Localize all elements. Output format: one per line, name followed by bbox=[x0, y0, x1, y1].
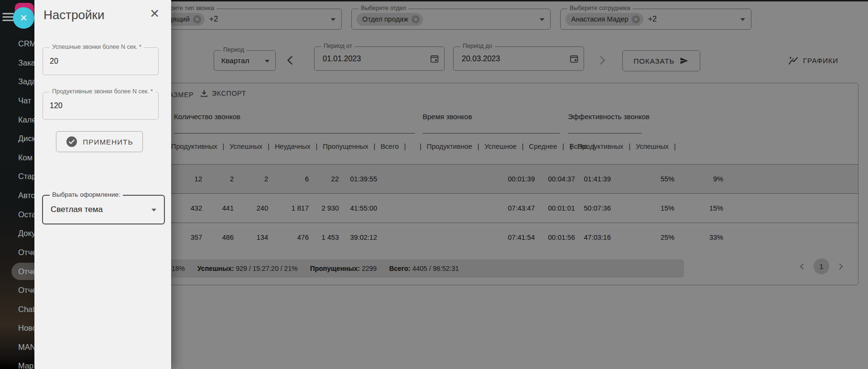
apply-button-label: ПРИМЕНИТЬ bbox=[83, 138, 133, 146]
theme-value: Светлая тема bbox=[51, 205, 103, 214]
successful-calls-field: Успешные звонки более N сек. * bbox=[43, 47, 159, 75]
chevron-down-icon bbox=[152, 209, 156, 212]
settings-title: Настройки bbox=[43, 8, 105, 22]
close-icon[interactable]: ✕ bbox=[150, 7, 160, 21]
theme-label: Выбрать оформление: bbox=[50, 191, 123, 198]
sidebar: ✕ CRM Зака Зада Чат Кале Диск Ком Стар А… bbox=[0, 0, 34, 369]
theme-select[interactable]: Выбрать оформление: Светлая тема bbox=[42, 195, 165, 224]
settings-panel: Настройки ✕ Успешные звонки более N сек.… bbox=[34, 0, 171, 369]
apply-button[interactable]: ПРИМЕНИТЬ bbox=[56, 131, 143, 152]
successful-calls-input[interactable] bbox=[50, 48, 150, 75]
sidebar-close-button[interactable]: ✕ bbox=[13, 7, 34, 29]
hamburger-menu-icon[interactable] bbox=[2, 13, 14, 23]
productive-calls-input[interactable] bbox=[50, 92, 150, 119]
productive-calls-field: Продуктивные звонки более N сек. * bbox=[43, 92, 159, 120]
check-circle-icon bbox=[65, 135, 78, 148]
